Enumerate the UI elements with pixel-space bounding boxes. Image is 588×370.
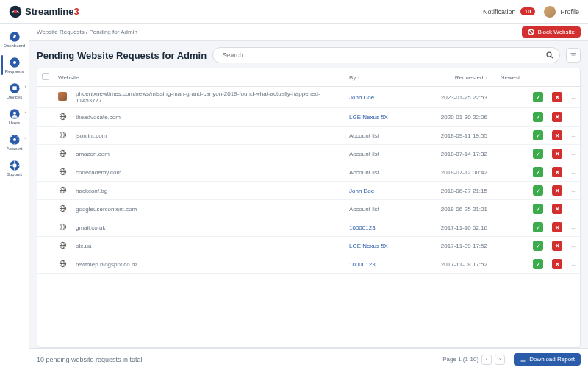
- approve-button[interactable]: ✓: [533, 112, 543, 122]
- more-action[interactable]: –: [572, 132, 575, 139]
- by-cell: Account list: [349, 206, 379, 213]
- logo[interactable]: Streamline3: [9, 5, 79, 18]
- prev-page-button[interactable]: ‹: [481, 355, 492, 365]
- sidebar-item-label: Account: [7, 146, 23, 151]
- page-title: Pending Website Requests for Admin: [37, 50, 207, 61]
- globe-icon: [58, 112, 67, 121]
- requested-cell: 2018-09-11 19:55: [411, 127, 492, 145]
- target-icon: [9, 57, 21, 68]
- approve-button[interactable]: ✓: [533, 149, 543, 159]
- search-input[interactable]: [212, 47, 560, 63]
- reject-button[interactable]: ✕: [552, 222, 562, 232]
- table-row[interactable]: phoenixnewtimes.com/news/missing-man-gra…: [37, 87, 580, 108]
- requested-cell: 2023-01-25 22:53: [411, 87, 492, 108]
- globe-icon: [58, 241, 67, 249]
- svg-rect-17: [570, 53, 576, 54]
- page-label: Page 1 (1-10): [442, 356, 478, 363]
- table-row[interactable]: googleusercontent.comAccount list2018-06…: [37, 200, 580, 218]
- sidebar-item-dashboard[interactable]: Dashboard: [1, 28, 28, 51]
- search-icon: [545, 51, 554, 60]
- column-newest[interactable]: Newest: [492, 68, 528, 87]
- pager: Page 1 (1-10) ‹ ›: [442, 355, 505, 365]
- svg-line-16: [551, 57, 553, 59]
- sidebar: DashboardRequestsDevices›Users›Account›S…: [0, 24, 29, 370]
- next-page-button[interactable]: ›: [495, 355, 505, 365]
- approve-button[interactable]: ✓: [533, 92, 543, 102]
- select-all-checkbox[interactable]: [42, 73, 49, 80]
- svg-rect-19: [573, 57, 575, 57]
- approve-button[interactable]: ✓: [533, 130, 543, 140]
- column-by[interactable]: By↑: [345, 68, 411, 87]
- by-cell[interactable]: LGE Nexus 5X: [349, 114, 388, 121]
- avatar: [544, 6, 556, 18]
- approve-button[interactable]: ✓: [533, 204, 543, 214]
- sort-arrow-icon: ↑: [357, 75, 360, 80]
- approve-button[interactable]: ✓: [533, 185, 543, 196]
- more-action[interactable]: –: [572, 114, 575, 121]
- more-action[interactable]: –: [572, 188, 575, 194]
- by-cell[interactable]: John Doe: [349, 94, 374, 101]
- by-cell[interactable]: 10000123: [349, 224, 376, 231]
- website-cell: hackconf.bg: [71, 182, 345, 200]
- table-row[interactable]: theadvocate.comLGE Nexus 5X2020-01-30 22…: [37, 108, 580, 127]
- more-action[interactable]: –: [572, 243, 575, 249]
- reject-button[interactable]: ✕: [552, 204, 562, 214]
- by-cell[interactable]: LGE Nexus 5X: [349, 243, 388, 249]
- devices-icon: [9, 82, 21, 94]
- more-action[interactable]: –: [572, 169, 575, 176]
- download-report-button[interactable]: Download Report: [514, 353, 581, 366]
- by-cell[interactable]: 10000123: [349, 261, 376, 268]
- sidebar-item-support[interactable]: Support: [1, 157, 28, 179]
- svg-point-15: [547, 52, 551, 57]
- filter-button[interactable]: [566, 48, 581, 63]
- sidebar-item-requests[interactable]: Requests: [1, 54, 28, 77]
- more-action[interactable]: –: [572, 224, 575, 231]
- reject-button[interactable]: ✕: [552, 92, 562, 102]
- approve-button[interactable]: ✓: [533, 167, 543, 177]
- approve-button[interactable]: ✓: [533, 222, 543, 232]
- svg-rect-18: [572, 55, 576, 56]
- sidebar-item-devices[interactable]: Devices›: [1, 79, 28, 102]
- approve-button[interactable]: ✓: [533, 259, 543, 269]
- by-cell[interactable]: John Doe: [349, 188, 374, 194]
- reject-button[interactable]: ✕: [552, 259, 562, 269]
- table-row[interactable]: olx.uaLGE Nexus 5X2017-11-09 17:52✓✕–: [37, 237, 580, 255]
- reject-button[interactable]: ✕: [552, 149, 562, 159]
- by-cell: Account list: [349, 151, 379, 157]
- block-website-button[interactable]: Block Website: [522, 26, 581, 38]
- svg-point-4: [12, 60, 16, 64]
- reject-button[interactable]: ✕: [552, 112, 562, 122]
- globe-icon: [58, 185, 67, 194]
- table-row[interactable]: revitmep.blogspot.co.nz100001232017-11-0…: [37, 255, 580, 274]
- notification-link[interactable]: Notification 10: [483, 7, 535, 15]
- table-row[interactable]: hackconf.bgJohn Doe2018-06-27 21:15✓✕–: [37, 182, 580, 200]
- table-row[interactable]: gmail.co.uk100001232017-11-10 02:16✓✕–: [37, 218, 580, 237]
- more-action[interactable]: –: [572, 94, 575, 101]
- reject-button[interactable]: ✕: [552, 130, 562, 140]
- table-row[interactable]: amazon.comAccount list2018-07-14 17:32✓✕…: [37, 145, 580, 163]
- reject-button[interactable]: ✕: [552, 167, 562, 177]
- website-cell: revitmep.blogspot.co.nz: [71, 255, 345, 274]
- filter-icon: [570, 51, 577, 59]
- logo-mark-icon: [9, 5, 22, 18]
- table-row[interactable]: codecademy.comAccount list2018-07-12 00:…: [37, 163, 580, 182]
- column-requested[interactable]: Requested↑: [411, 68, 492, 87]
- svg-rect-6: [12, 86, 16, 90]
- reject-button[interactable]: ✕: [552, 241, 562, 251]
- website-cell: googleusercontent.com: [71, 200, 345, 218]
- svg-point-1: [14, 10, 18, 13]
- reject-button[interactable]: ✕: [552, 185, 562, 196]
- compass-icon: [9, 31, 21, 43]
- more-action[interactable]: –: [572, 261, 575, 268]
- more-action[interactable]: –: [572, 206, 575, 213]
- table-row[interactable]: jsonlint.comAccount list2018-09-11 19:55…: [37, 127, 580, 145]
- approve-button[interactable]: ✓: [533, 241, 543, 251]
- more-action[interactable]: –: [572, 151, 575, 157]
- sidebar-item-account[interactable]: Account›: [1, 131, 28, 154]
- footer-status: 10 pending website requests in total: [37, 356, 143, 363]
- download-icon: [520, 356, 526, 363]
- column-website[interactable]: Website↑: [54, 68, 345, 87]
- sidebar-item-users[interactable]: Users›: [1, 105, 28, 128]
- profile-link[interactable]: Profile: [544, 6, 579, 18]
- globe-icon: [58, 259, 67, 268]
